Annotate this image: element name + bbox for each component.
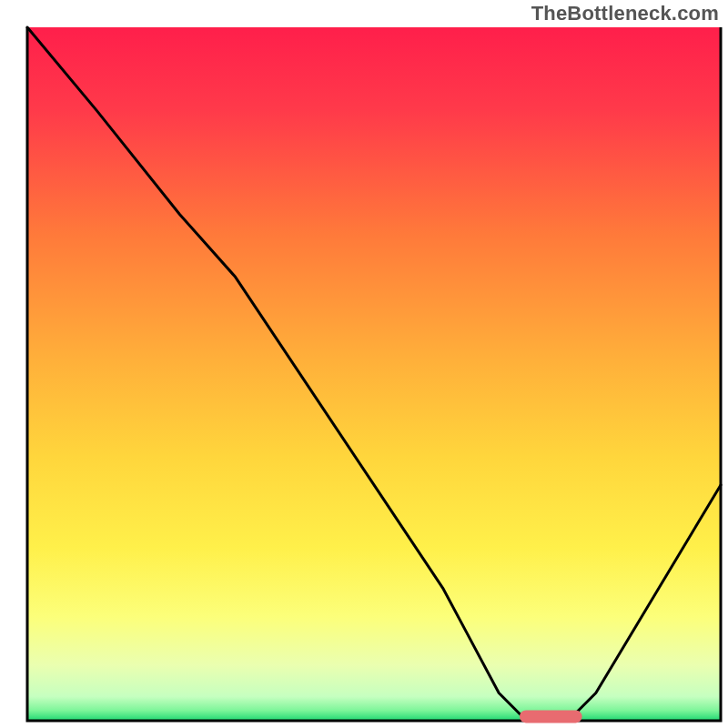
plot-area-rect	[27, 27, 721, 721]
bottleneck-chart	[0, 0, 728, 728]
watermark-label: TheBottleneck.com	[531, 2, 719, 25]
chart-container: TheBottleneck.com	[0, 0, 728, 728]
optimal-range-marker	[520, 710, 582, 723]
